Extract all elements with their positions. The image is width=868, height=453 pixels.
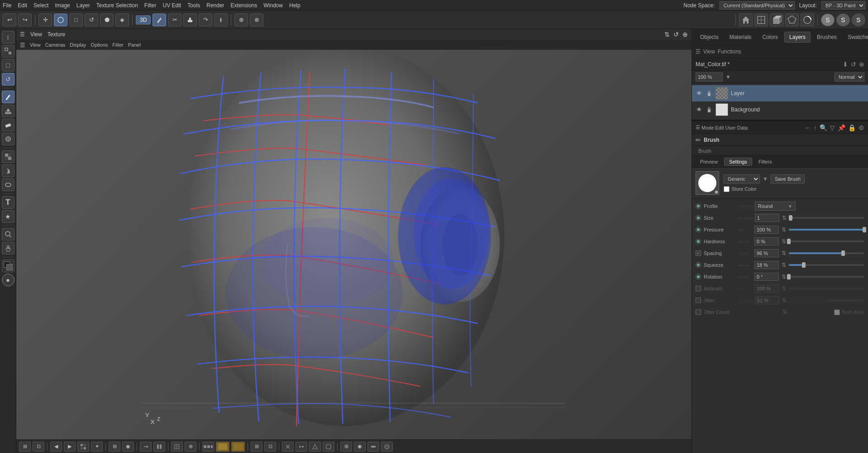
brush-jitter-checkbox[interactable] (696, 298, 701, 303)
layer-item-background[interactable]: 👁 Background (692, 101, 868, 118)
vp-btn-6[interactable]: ✦ (91, 442, 103, 452)
viewport-view-menu[interactable]: View (30, 31, 42, 38)
paint-btn[interactable] (153, 14, 166, 26)
select-btn[interactable] (54, 14, 67, 26)
shader-s1-btn[interactable]: S (821, 14, 835, 26)
tool-circle-picker[interactable]: ● (2, 274, 14, 286)
mat-icon-download[interactable]: ⬇ (843, 61, 848, 68)
mode-filter-icon[interactable]: ▽ (830, 124, 835, 131)
subheader-view[interactable]: View (30, 42, 41, 48)
tool-zoom[interactable] (2, 228, 14, 241)
shader-s3-btn[interactable]: S (852, 14, 865, 26)
viewport-menu-icon[interactable]: ☰ (20, 31, 25, 38)
stamp-btn[interactable] (183, 14, 197, 26)
vp-active-color2[interactable] (231, 442, 245, 452)
vp-btn-7[interactable]: ⊞ (109, 442, 120, 452)
tool-text[interactable]: T (2, 196, 14, 209)
subheader-panel[interactable]: Panel (128, 42, 141, 48)
3d-head-canvas[interactable]: Y X Z (16, 50, 692, 439)
3d-btn[interactable]: 3D (136, 15, 151, 24)
view-cube-btn[interactable] (770, 14, 783, 26)
mat-icon-refresh[interactable]: ↺ (851, 61, 856, 68)
vp-btn-9[interactable] (140, 442, 152, 452)
layer-functions-btn[interactable]: Functions (718, 48, 741, 55)
brush-size-track[interactable] (789, 217, 864, 219)
vp-btn-3[interactable]: ◀ (50, 442, 62, 452)
brush-hardness-input[interactable] (754, 237, 779, 246)
mode-arrow-back[interactable]: ← (805, 124, 811, 131)
brush-type-dropdown-icon[interactable]: ▼ (763, 176, 768, 182)
vp-btn-1[interactable]: ⊞ (19, 442, 31, 452)
vp-btn-right-3[interactable] (282, 442, 294, 452)
view-front-btn[interactable] (754, 14, 768, 26)
brush-size-spinner-icon[interactable]: ⇅ (782, 215, 787, 221)
vp-btn-right-4[interactable] (296, 442, 307, 452)
brush-tab-settings[interactable]: Settings (724, 158, 752, 166)
brush-hardness-track[interactable] (789, 241, 864, 242)
brush-spacing-track[interactable] (789, 252, 864, 254)
panel-tab-brushes[interactable]: Brushes (812, 32, 841, 42)
brush-jitter-count-checkbox[interactable] (696, 309, 701, 315)
vp-btn-2[interactable]: ⊡ (33, 442, 44, 452)
layout-select[interactable]: BP - 3D Paint (821, 1, 865, 10)
poly-btn[interactable]: ⬟ (100, 14, 114, 26)
brush-pressure-track[interactable] (789, 229, 864, 231)
layer-hamburger-icon[interactable]: ☰ (696, 48, 701, 55)
subheader-filter[interactable]: Filter (112, 42, 123, 48)
menu-edit[interactable]: Edit (18, 2, 27, 9)
brush-spacing-checkbox[interactable] (696, 251, 701, 256)
brush-rotation-track[interactable] (789, 276, 864, 278)
menu-render[interactable]: Render (206, 2, 224, 9)
viewport-sync-icon[interactable]: ⇅ (664, 31, 670, 38)
tool-checker[interactable] (2, 150, 14, 163)
brush-type-select[interactable]: Generic (724, 174, 760, 183)
vp-btn-right-6[interactable] (323, 442, 334, 452)
menu-tools[interactable]: Tools (187, 2, 200, 9)
viewport-settings-icon[interactable]: ⊕ (682, 31, 688, 38)
opacity-down-icon[interactable]: ▼ (725, 74, 731, 80)
scissors-btn[interactable]: ✂ (168, 14, 181, 26)
tool-clone[interactable] (2, 133, 14, 145)
brush-spacing-spinner-icon[interactable]: ⇅ (782, 250, 786, 256)
menu-uv-edit[interactable]: UV Edit (163, 2, 181, 9)
brush-hardness-spinner-icon[interactable]: ⇅ (782, 238, 786, 245)
vp-btn-10[interactable] (153, 442, 165, 452)
vp-btn-11[interactable] (171, 442, 183, 452)
layer-item-layer[interactable]: 👁 Layer (692, 85, 868, 101)
brush-pressure-radio[interactable] (696, 227, 701, 232)
fill-btn[interactable]: ⊗ (250, 14, 263, 26)
mat-icon-settings[interactable]: ⊕ (859, 61, 864, 68)
menu-image[interactable]: Image (55, 2, 70, 9)
vp-btn-right-2[interactable]: ⊡ (264, 442, 276, 452)
viewport-texture-menu[interactable]: Texture (48, 31, 65, 38)
tool-move[interactable]: ↕ (2, 31, 14, 43)
tool-fill[interactable] (2, 105, 14, 117)
tool-transform-small[interactable] (2, 45, 14, 58)
brush-pressure-spinner-icon[interactable]: ⇅ (782, 226, 786, 233)
vp-active-color[interactable] (216, 442, 229, 452)
vp-btn-right-10[interactable] (381, 442, 393, 452)
edit-btn[interactable]: Edit (715, 125, 724, 130)
panel-tab-objects[interactable]: Objects (696, 32, 723, 42)
layer-background-lock-icon[interactable] (706, 106, 713, 113)
panel-tab-materials[interactable]: Materials (725, 32, 756, 42)
menu-extensions[interactable]: Extensions (231, 2, 258, 9)
view-perspective-btn[interactable] (785, 14, 799, 26)
brush-jitter-spinner-icon[interactable]: ⇅ (782, 297, 787, 304)
vp-btn-right-9[interactable] (367, 442, 379, 452)
menu-window[interactable]: Window (263, 2, 283, 9)
redo-btn[interactable]: ↪ (18, 14, 32, 26)
brush-hardness-radio[interactable] (696, 239, 701, 244)
mode-lock2-icon[interactable]: 🔒 (848, 124, 856, 131)
brush-rotation-radio[interactable] (696, 274, 701, 280)
tool-fg-color[interactable] (2, 260, 14, 272)
blend-mode-select[interactable]: Normal (835, 72, 864, 82)
viewport-refresh-icon[interactable]: ↺ (673, 31, 679, 38)
vp-btn-right-5[interactable] (309, 442, 321, 452)
brush-size-input[interactable] (755, 214, 779, 222)
brush-hamburger-icon[interactable]: ☰ (696, 125, 700, 130)
vp-btn-5[interactable] (77, 442, 89, 452)
brush-rotation-thumb[interactable] (787, 274, 791, 280)
menu-texture-selection[interactable]: Texture Selection (96, 2, 138, 9)
vp-btn-right-1[interactable]: ⊞ (251, 442, 262, 452)
